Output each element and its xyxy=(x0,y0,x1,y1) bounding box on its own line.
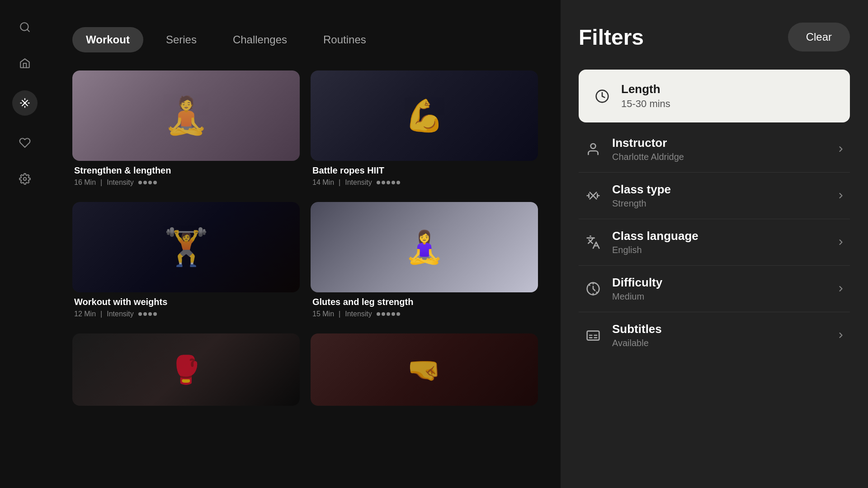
card-meta-1: 16 Min | Intensity xyxy=(74,178,298,187)
card-meta-3: 12 Min | Intensity xyxy=(74,310,298,318)
clock-icon xyxy=(592,86,612,106)
workout-card-1[interactable]: 🧘 Strengthen & lengthen 16 Min | Intensi… xyxy=(72,70,300,191)
workout-grid: 🧘 Strengthen & lengthen 16 Min | Intensi… xyxy=(72,70,538,406)
filter-difficulty-text: Difficulty Medium xyxy=(612,276,827,302)
filter-class-type-text: Class type Strength xyxy=(612,183,827,209)
sidebar-item-search[interactable] xyxy=(16,18,34,36)
subtitles-icon xyxy=(583,325,603,345)
svg-line-1 xyxy=(27,29,29,32)
chevron-right-icon-4 xyxy=(836,284,845,293)
workout-card-2[interactable]: 💪 Battle ropes HIIT 14 Min | Intensity xyxy=(311,70,538,191)
filters-header: Filters Clear xyxy=(579,23,850,52)
filter-item-difficulty[interactable]: Difficulty Medium xyxy=(579,266,850,312)
sidebar xyxy=(0,0,50,488)
tab-series[interactable]: Series xyxy=(152,27,210,52)
workout-card-3[interactable]: 🏋️ Workout with weights 12 Min | Intensi… xyxy=(72,202,300,323)
svg-rect-11 xyxy=(587,331,599,340)
filters-panel: Filters Clear Length 15-30 mins Instruct… xyxy=(561,0,868,488)
tab-bar: Workout Series Challenges Routines xyxy=(72,27,538,52)
filter-item-length[interactable]: Length 15-30 mins xyxy=(579,70,850,122)
filter-class-language-text: Class language English xyxy=(612,229,827,255)
workout-card-5[interactable]: 🥊 xyxy=(72,333,300,406)
sidebar-item-favorites[interactable] xyxy=(16,134,34,152)
svg-point-3 xyxy=(24,178,27,181)
filter-item-subtitles[interactable]: Subtitles Available xyxy=(579,312,850,358)
card-meta-4: 15 Min | Intensity xyxy=(312,310,536,318)
card-title-4: Glutes and leg strength xyxy=(312,297,536,307)
filter-instructor-text: Instructor Charlotte Aldridge xyxy=(612,136,827,162)
filter-item-class-language[interactable]: Class language English xyxy=(579,219,850,266)
workout-card-6[interactable]: 🤜 xyxy=(311,333,538,406)
main-content: Workout Series Challenges Routines 🧘 Str… xyxy=(50,0,561,488)
tab-routines[interactable]: Routines xyxy=(310,27,380,52)
card-meta-2: 14 Min | Intensity xyxy=(312,178,536,187)
filter-item-instructor[interactable]: Instructor Charlotte Aldridge xyxy=(579,126,850,173)
tab-workout[interactable]: Workout xyxy=(72,27,143,52)
card-title-1: Strengthen & lengthen xyxy=(74,165,298,176)
workout-card-4[interactable]: 🧘‍♀️ Glutes and leg strength 15 Min | In… xyxy=(311,202,538,323)
gauge-icon xyxy=(583,279,603,299)
sidebar-item-home[interactable] xyxy=(16,54,34,72)
filter-item-class-type[interactable]: Class type Strength xyxy=(579,173,850,219)
clear-button[interactable]: Clear xyxy=(788,23,850,52)
chevron-right-icon xyxy=(836,145,845,154)
card-title-3: Workout with weights xyxy=(74,297,298,307)
chevron-right-icon-5 xyxy=(836,331,845,340)
chevron-right-icon-3 xyxy=(836,238,845,247)
card-title-2: Battle ropes HIIT xyxy=(312,165,536,176)
dumbbell-icon xyxy=(583,186,603,206)
filter-length-text: Length 15-30 mins xyxy=(621,82,836,110)
filters-title: Filters xyxy=(579,25,644,50)
sidebar-item-workout[interactable] xyxy=(12,90,38,116)
svg-point-5 xyxy=(591,144,596,149)
sidebar-item-settings[interactable] xyxy=(16,170,34,188)
chevron-right-icon-2 xyxy=(836,191,845,200)
person-icon xyxy=(583,139,603,159)
tab-challenges[interactable]: Challenges xyxy=(219,27,301,52)
translate-icon xyxy=(583,232,603,252)
svg-point-2 xyxy=(24,103,25,103)
filter-subtitles-text: Subtitles Available xyxy=(612,322,827,348)
